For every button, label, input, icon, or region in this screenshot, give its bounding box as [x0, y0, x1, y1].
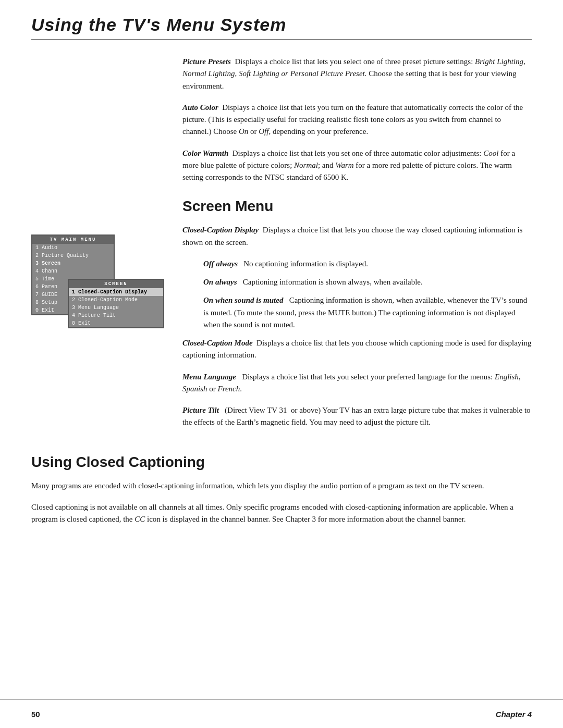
picture-presets-para: Picture Presets Displays a choice list t… — [182, 56, 532, 92]
page-wrapper: Using the TV's Menu System Picture Prese… — [0, 0, 563, 576]
menu-item-channel: 4 Chann — [32, 267, 114, 275]
screen-item-closed-caption-display: 1 Closed-Caption Display — [69, 288, 163, 296]
menu-language-para: Menu Language Displays a choice list tha… — [182, 371, 532, 396]
color-warmth-label: Color Warmth — [182, 149, 228, 157]
picture-presets-label: Picture Presets — [182, 57, 231, 66]
menu-item-audio: 1 Audio — [32, 244, 114, 252]
picture-tilt-label: Picture Tilt — [182, 406, 219, 414]
page-title: Using the TV's Menu System — [31, 15, 532, 40]
on-always-para: On always Captioning information is show… — [203, 276, 532, 288]
footer-chapter-label: Chapter 4 — [496, 710, 532, 719]
closed-caption-mode-para: Closed-Caption Mode Displays a choice li… — [182, 337, 532, 362]
color-warmth-para: Color Warmth Displays a choice list that… — [182, 147, 532, 184]
page-footer: 50 Chapter 4 — [0, 699, 563, 728]
closed-captioning-heading: Using Closed Captioning — [31, 454, 532, 471]
closed-captioning-para-2: Closed captioning is not available on al… — [31, 501, 532, 526]
off-always-para: Off always No captioning information is … — [203, 258, 532, 270]
tv-main-menu-title: TV MAIN MENU — [32, 236, 114, 244]
menu-item-screen: 3 Screen — [32, 260, 114, 267]
auto-color-para: Auto Color Displays a choice list that l… — [182, 102, 532, 138]
menu-language-label: Menu Language — [182, 373, 236, 381]
tv-menu-container: TV MAIN MENU 1 Audio 2 Picture Quality 3… — [31, 235, 167, 315]
closed-captioning-section: Using Closed Captioning Many programs ar… — [31, 454, 532, 526]
screen-submenu: SCREEN 1 Closed-Caption Display 2 Closed… — [68, 279, 164, 328]
screen-menu-content: Screen Menu Closed-Caption Display Displ… — [182, 193, 532, 438]
on-when-muted-label: On when sound is muted — [203, 296, 283, 304]
main-content: Picture Presets Displays a choice list t… — [0, 40, 563, 576]
menu-item-picture-quality: 2 Picture Quality — [32, 252, 114, 260]
closed-caption-display-label: Closed-Caption Display — [182, 226, 259, 234]
closed-caption-display-para: Closed-Caption Display Displays a choice… — [182, 224, 532, 249]
screen-item-menu-language: 3 Menu Language — [69, 304, 163, 312]
closed-captioning-para-1: Many programs are encoded with closed-ca… — [31, 480, 532, 492]
on-always-label: On always — [203, 278, 237, 286]
two-col-section: TV MAIN MENU 1 Audio 2 Picture Quality 3… — [31, 193, 532, 438]
tv-menu-illustration: TV MAIN MENU 1 Audio 2 Picture Quality 3… — [31, 193, 167, 315]
on-when-muted-para: On when sound is muted Captioning inform… — [203, 294, 532, 331]
page-header: Using the TV's Menu System — [0, 0, 563, 40]
screen-menu-heading: Screen Menu — [182, 198, 532, 215]
off-always-label: Off always — [203, 260, 238, 268]
footer-page-number: 50 — [31, 710, 40, 719]
auto-color-label: Auto Color — [182, 103, 218, 112]
picture-tilt-para: Picture Tilt (Direct View TV 31 or above… — [182, 404, 532, 429]
screen-item-closed-caption-mode: 2 Closed-Caption Mode — [69, 296, 163, 304]
screen-item-picture-tilt: 4 Picture Tilt — [69, 312, 163, 319]
screen-item-exit: 0 Exit — [69, 319, 163, 327]
closed-caption-mode-label: Closed-Caption Mode — [182, 339, 253, 347]
screen-menu-title: SCREEN — [69, 280, 163, 288]
